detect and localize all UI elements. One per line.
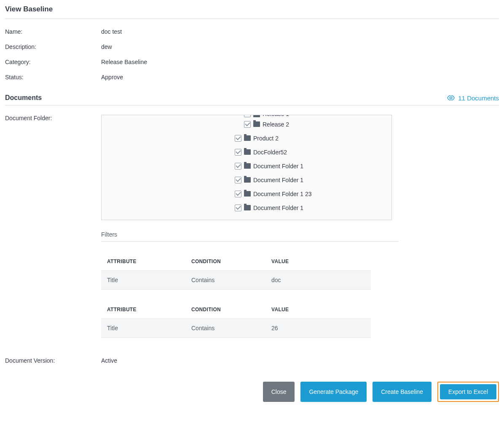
description-value: dew: [101, 43, 112, 50]
folder-icon: [244, 205, 251, 210]
tree-item[interactable]: DocFolder52: [102, 145, 391, 159]
tree-label: Product 2: [253, 135, 279, 142]
folder-icon: [244, 135, 251, 141]
documents-count-link[interactable]: 11 Documents: [447, 94, 499, 102]
filter-header-value: VALUE: [265, 253, 371, 271]
filter-row: Title Contains doc: [101, 271, 371, 290]
filter-header-attribute: ATTRIBUTE: [101, 301, 185, 319]
action-buttons: Close Generate Package Create Baseline E…: [5, 382, 499, 402]
filter-attribute: Title: [101, 319, 185, 338]
folder-icon: [244, 177, 251, 183]
tree-label: Document Folder 1 23: [253, 191, 312, 197]
field-description: Description: dew: [5, 43, 499, 50]
category-label: Category:: [5, 59, 101, 65]
tree-label: Release 2: [263, 121, 289, 128]
folder-icon: [253, 121, 260, 127]
checkbox-icon[interactable]: [235, 135, 241, 142]
tree-label: Document Folder 1: [253, 205, 303, 211]
field-name: Name: doc test: [5, 28, 499, 35]
document-version-row: Document Version: Active: [5, 357, 499, 364]
page-title: View Baseline: [5, 3, 499, 19]
name-label: Name:: [5, 28, 101, 35]
document-folder-label: Document Folder:: [5, 115, 101, 121]
checkbox-icon[interactable]: [244, 115, 251, 117]
tree-label: Document Folder 1: [253, 177, 303, 183]
folder-icon: [244, 191, 251, 197]
tree-item[interactable]: Document Folder 1: [102, 159, 391, 173]
filter-condition: Contains: [185, 271, 265, 290]
tree-item[interactable]: Release 2: [102, 117, 391, 131]
filters-title: Filters: [101, 231, 399, 242]
filter-header-condition: CONDITION: [185, 301, 265, 319]
filter-condition: Contains: [185, 319, 265, 338]
filter-header-value: VALUE: [265, 301, 371, 319]
documents-section-header: Documents 11 Documents: [5, 94, 499, 105]
filter-table-1: ATTRIBUTE CONDITION VALUE Title Contains…: [101, 253, 371, 290]
folder-icon: [244, 163, 251, 169]
category-value: Release Baseline: [101, 59, 147, 65]
documents-title: Documents: [5, 94, 42, 102]
filter-header-condition: CONDITION: [185, 253, 265, 271]
close-button[interactable]: Close: [263, 382, 295, 402]
checkbox-icon[interactable]: [235, 149, 241, 156]
create-baseline-button[interactable]: Create Baseline: [373, 382, 432, 402]
description-label: Description:: [5, 43, 101, 50]
filter-table-2: ATTRIBUTE CONDITION VALUE Title Contains…: [101, 301, 371, 338]
tree-item[interactable]: Document Folder 1: [102, 173, 391, 187]
checkbox-icon[interactable]: [235, 177, 241, 183]
tree-item[interactable]: Document Folder 1 23: [102, 187, 391, 201]
svg-point-0: [450, 97, 452, 99]
folder-tree[interactable]: Release 1Release 2Product 2DocFolder52Do…: [101, 115, 392, 220]
checkbox-icon[interactable]: [235, 205, 241, 211]
document-folder-row: Document Folder: Release 1Release 2Produ…: [5, 115, 499, 349]
tree-label: DocFolder52: [253, 149, 287, 156]
eye-icon: [447, 95, 455, 100]
name-value: doc test: [101, 28, 122, 35]
tree-label: Document Folder 1: [253, 163, 303, 170]
field-category: Category: Release Baseline: [5, 59, 499, 65]
field-status: Status: Approve: [5, 74, 499, 81]
filter-value: 26: [265, 319, 371, 338]
tree-label: Release 1: [263, 115, 289, 117]
folder-icon: [244, 149, 251, 155]
tree-item[interactable]: Product 2: [102, 131, 391, 145]
checkbox-icon[interactable]: [235, 163, 241, 170]
checkbox-icon[interactable]: [244, 121, 251, 128]
status-value: Approve: [101, 74, 123, 81]
generate-package-button[interactable]: Generate Package: [300, 382, 367, 402]
filter-attribute: Title: [101, 271, 185, 290]
export-to-excel-button[interactable]: Export to Excel: [440, 384, 496, 399]
document-version-value: Active: [101, 357, 117, 364]
filter-header-attribute: ATTRIBUTE: [101, 253, 185, 271]
status-label: Status:: [5, 74, 101, 81]
tree-item[interactable]: Document Folder 1: [102, 201, 391, 215]
export-highlight: Export to Excel: [437, 382, 499, 402]
filter-row: Title Contains 26: [101, 319, 371, 338]
filter-value: doc: [265, 271, 371, 290]
document-version-label: Document Version:: [5, 357, 101, 364]
folder-icon: [253, 115, 260, 117]
documents-count-text: 11 Documents: [458, 94, 499, 102]
checkbox-icon[interactable]: [235, 191, 241, 197]
